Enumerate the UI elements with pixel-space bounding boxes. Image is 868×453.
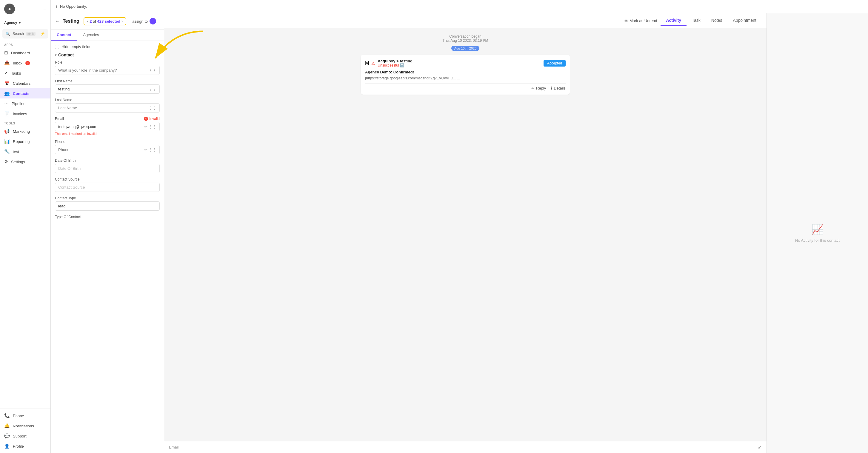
inbox-icon: 📥 (4, 60, 10, 66)
sidebar-item-profile[interactable]: 👤 Profile (0, 441, 51, 451)
first-name-input[interactable]: ⋮⋮ (55, 85, 160, 94)
email-text-input[interactable] (58, 124, 144, 129)
last-name-text-input[interactable] (58, 106, 149, 110)
settings-icon: ⚙ (4, 159, 8, 164)
date-chip: Aug 10th, 2023 (451, 46, 480, 51)
sidebar-item-contacts[interactable]: 👥 Contacts (0, 88, 51, 98)
tools-section-label: Tools (0, 119, 51, 126)
sidebar-item-label: Inbox (13, 61, 22, 65)
apps-section-label: Apps (0, 40, 51, 48)
search-bar[interactable]: 🔍 Search ctrl K ⚡ (2, 29, 48, 38)
back-button[interactable]: ← (55, 19, 60, 24)
mid-panel-header: ✉ Mark as Unread Activity Task Notes App… (164, 13, 767, 28)
details-label: Details (554, 86, 566, 90)
hide-empty-label: Hide empty fields (61, 44, 91, 49)
sidebar-item-pipeline[interactable]: ⋯ Pipeline (0, 98, 51, 109)
last-name-input[interactable]: ⋮⋮ (55, 103, 160, 112)
sidebar-item-test[interactable]: 🔧 test (0, 147, 51, 157)
brand-label: Agency (4, 21, 17, 25)
profile-icon: 👤 (4, 444, 10, 449)
sidebar-item-dashboard[interactable]: ⊞ Dashboard (0, 48, 51, 58)
tab-agencies[interactable]: Agencies (77, 30, 105, 41)
sidebar-item-inbox[interactable]: 📥 Inbox 0 (0, 58, 51, 68)
message-title: Acquirely > testing (378, 59, 412, 63)
conversation-began: Conversation began Thu, Aug 10 2023, 03:… (443, 34, 488, 43)
hamburger-icon[interactable]: ≡ (43, 6, 46, 12)
mail-icon: ✉ (624, 19, 628, 23)
tab-task[interactable]: Task (686, 15, 706, 26)
selection-bar[interactable]: ‹ 2 of 428 selected › (84, 17, 126, 25)
sidebar-item-label: Profile (13, 444, 24, 449)
mid-panel: ✉ Mark as Unread Activity Task Notes App… (164, 13, 767, 453)
tab-activity[interactable]: Activity (660, 15, 686, 26)
assign-button[interactable]: assign to (129, 16, 160, 26)
invoices-icon: 📄 (4, 111, 10, 117)
contact-source-label: Contact Source (55, 177, 160, 182)
field-email: Email ✕ Invalid ✏ ⋮⋮ This email marked a… (55, 117, 160, 135)
sidebar-item-marketing[interactable]: 📢 Marketing (0, 126, 51, 136)
sidebar-item-label: Invoices (13, 111, 27, 116)
role-input[interactable]: ⋮⋮ (55, 66, 160, 75)
sidebar-item-label: test (13, 150, 19, 154)
phone-text-input[interactable] (58, 148, 144, 152)
email-input-placeholder[interactable]: Email (169, 445, 179, 449)
hide-empty-row[interactable]: Hide empty fields (55, 44, 160, 49)
sidebar-item-support[interactable]: 💬 Support (0, 431, 51, 441)
section-label: Contact (58, 53, 74, 57)
tab-notes[interactable]: Notes (706, 15, 728, 26)
tab-appointment[interactable]: Appointment (727, 15, 762, 26)
sidebar-item-label: Phone (13, 414, 24, 418)
dob-input[interactable]: Date Of Birth (55, 164, 160, 173)
search-label: Search (12, 32, 24, 36)
sidebar-item-label: Notifications (13, 424, 34, 428)
contact-section-header[interactable]: ▾ Contact (55, 53, 160, 57)
contacts-icon: 👥 (4, 91, 10, 96)
message-card: M ⚠ Acquirely > testing Unsuccessful 🔄 A… (361, 55, 570, 95)
sidebar-item-notifications[interactable]: 🔔 Notifications (0, 421, 51, 431)
contact-type-select[interactable]: lead customer prospect (55, 201, 160, 211)
reply-button[interactable]: ↩ Reply (531, 86, 546, 90)
prev-selection-arrow[interactable]: ‹ (87, 19, 88, 23)
sidebar-item-calendars[interactable]: 📅 Calendars (0, 78, 51, 88)
sidebar-item-invoices[interactable]: 📄 Invoices (0, 109, 51, 119)
field-last-name: Last Name ⋮⋮ (55, 98, 160, 112)
sidebar-item-tasks[interactable]: ✔ Tasks (0, 68, 51, 78)
refresh-icon: 🔄 (400, 63, 404, 67)
sidebar-top: ● ≡ (0, 0, 51, 18)
panel-tabs: Contact Agencies (51, 30, 164, 41)
mark-unread-button[interactable]: ✉ Mark as Unread (624, 19, 657, 23)
brand-selector[interactable]: Agency ▾ (0, 18, 51, 27)
sidebar-item-settings[interactable]: ⚙ Settings (0, 157, 51, 167)
sidebar-item-phone[interactable]: 📞 Phone (0, 411, 51, 421)
phone-input[interactable]: ✏ ⋮⋮ (55, 145, 160, 154)
test-icon: 🔧 (4, 149, 10, 154)
field-type-of-contact: Type Of Contact (55, 215, 160, 219)
role-label: Role (55, 60, 160, 64)
dob-label: Date Of Birth (55, 158, 160, 163)
sidebar-item-label: Reporting (13, 139, 30, 144)
email-input[interactable]: ✏ ⋮⋮ (55, 122, 160, 131)
main-content: ℹ No Opportunity. ← Testing ‹ 2 of 428 s… (51, 0, 868, 453)
chevron-down-icon: ▾ (55, 54, 56, 57)
reply-icon: ↩ (531, 86, 535, 90)
field-role: Role ⋮⋮ (55, 60, 160, 75)
conversation-area: Conversation began Thu, Aug 10 2023, 03:… (164, 28, 767, 441)
tab-contact[interactable]: Contact (51, 30, 77, 41)
assign-label: assign to (132, 19, 148, 24)
avatar: ● (4, 4, 15, 14)
hide-empty-checkbox[interactable] (55, 45, 59, 49)
sidebar-item-label: Support (13, 434, 27, 439)
role-text-input[interactable] (58, 68, 149, 72)
invalid-icon: ✕ (144, 117, 148, 121)
sidebar-item-reporting[interactable]: 📊 Reporting (0, 136, 51, 147)
invalid-badge: ✕ Invalid (144, 117, 160, 121)
pipeline-icon: ⋯ (4, 101, 9, 106)
expand-icon[interactable]: ⤢ (758, 444, 762, 450)
message-actions: ↩ Reply ℹ Details (365, 83, 566, 90)
next-selection-arrow[interactable]: › (122, 19, 123, 23)
left-panel: ← Testing ‹ 2 of 428 selected › assign t… (51, 13, 164, 453)
first-name-text-input[interactable] (58, 87, 149, 91)
details-button[interactable]: ℹ Details (551, 86, 566, 90)
contact-source-input[interactable]: Contact Source (55, 183, 160, 192)
conversation-began-text: Conversation began (443, 34, 488, 38)
